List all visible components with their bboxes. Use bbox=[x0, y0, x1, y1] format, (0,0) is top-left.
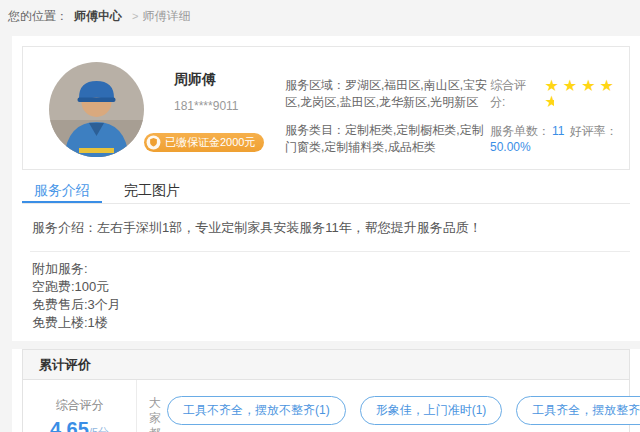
profile-service-info: 服务区域：罗湖区,福田区,南山区,宝安区,龙岗区,盐田区,龙华新区,光明新区 服… bbox=[285, 47, 490, 169]
review-tag-list: 工具不齐全，摆放不整齐(1) 形象佳，上门准时(1) 工具齐全，摆放整齐(1) bbox=[167, 380, 640, 432]
breadcrumb-current: 师傅详细 bbox=[142, 8, 190, 25]
extra-service-item: 免费上楼:1楼 bbox=[32, 314, 630, 332]
service-intro-text: 服务介绍：左右手深圳1部，专业定制家具安装服务11年，帮您提升服务品质！ bbox=[12, 204, 640, 251]
orders-row: 服务单数：11 好评率：50.00% bbox=[490, 123, 623, 154]
orders-label: 服务单数： bbox=[490, 124, 550, 138]
service-category-field: 服务类目：定制柜类,定制橱柜类,定制门窗类,定制辅料类,成品柜类 bbox=[285, 122, 490, 156]
everyone-comments-label: 大家都评论 bbox=[137, 380, 167, 432]
overall-score-label: 综合评分 bbox=[23, 397, 136, 414]
profile-rating: 综合评分: ★★★★★ 服务单数：11 好评率：50.00% bbox=[490, 47, 629, 169]
overall-score-column: 综合评分 4.65/5分 ★★★★★ bbox=[23, 380, 137, 432]
review-body: 综合评分 4.65/5分 ★★★★★ 大家都评论 工具不齐全，摆放不整齐(1) … bbox=[23, 380, 629, 432]
breadcrumb: 您的位置： 师傅中心 > 师傅详细 bbox=[0, 0, 640, 32]
review-tag[interactable]: 工具不齐全，摆放不整齐(1) bbox=[167, 396, 346, 425]
tab-finished-photos[interactable]: 完工图片 bbox=[112, 178, 192, 203]
main-panel: 周师傅 181****9011 已缴保证金2000元 服务区域：罗湖区,福田区,… bbox=[12, 36, 640, 432]
positive-rate-label: 好评率： bbox=[570, 124, 618, 138]
master-phone: 181****9011 bbox=[174, 99, 239, 113]
review-tag[interactable]: 工具齐全，摆放整齐(1) bbox=[516, 396, 640, 425]
rating-stars-icon: ★★★★★ bbox=[544, 78, 623, 110]
service-area-field: 服务区域：罗湖区,福田区,南山区,宝安区,龙岗区,盐田区,龙华新区,光明新区 bbox=[285, 77, 490, 111]
extra-services: 附加服务: 空跑费:100元 免费售后:3个月 免费上楼:1楼 bbox=[12, 252, 640, 332]
master-name: 周师傅 bbox=[174, 71, 216, 89]
worker-photo-icon bbox=[49, 62, 144, 157]
overall-score-value: 4.65/5分 bbox=[23, 418, 136, 432]
breadcrumb-prefix: 您的位置： bbox=[8, 8, 68, 25]
deposit-badge: 已缴保证金2000元 bbox=[144, 133, 264, 152]
tab-service-intro[interactable]: 服务介绍 bbox=[22, 178, 102, 203]
extra-service-item: 空跑费:100元 bbox=[32, 278, 630, 296]
profile-identity: 周师傅 181****9011 已缴保证金2000元 bbox=[23, 47, 285, 169]
overall-score-suffix: /5分 bbox=[89, 426, 109, 432]
section-gap bbox=[12, 341, 640, 349]
orders-value: 11 bbox=[552, 124, 564, 138]
shield-icon bbox=[146, 135, 161, 150]
cumulative-review-box: 累计评价 综合评分 4.65/5分 ★★★★★ 大家都评论 工具不齐全，摆放不整… bbox=[22, 349, 630, 432]
overall-rating-label: 综合评分: bbox=[490, 77, 538, 111]
review-box-title: 累计评价 bbox=[23, 350, 629, 380]
extra-service-item: 免费售后:3个月 bbox=[32, 296, 630, 314]
deposit-badge-label: 已缴保证金2000元 bbox=[165, 135, 255, 150]
review-tag[interactable]: 形象佳，上门准时(1) bbox=[360, 396, 503, 425]
extra-services-title: 附加服务: bbox=[32, 260, 630, 278]
breadcrumb-link-master-center[interactable]: 师傅中心 bbox=[74, 8, 122, 25]
overall-rating-row: 综合评分: ★★★★★ bbox=[490, 77, 623, 111]
avatar bbox=[49, 62, 144, 157]
service-area-label: 服务区域： bbox=[285, 78, 345, 92]
profile-card: 周师傅 181****9011 已缴保证金2000元 服务区域：罗湖区,福田区,… bbox=[22, 46, 630, 170]
tab-bar: 服务介绍 完工图片 bbox=[22, 178, 630, 204]
positive-rate-value: 50.00% bbox=[490, 140, 531, 154]
breadcrumb-separator: > bbox=[132, 10, 138, 22]
service-category-label: 服务类目： bbox=[285, 123, 345, 137]
